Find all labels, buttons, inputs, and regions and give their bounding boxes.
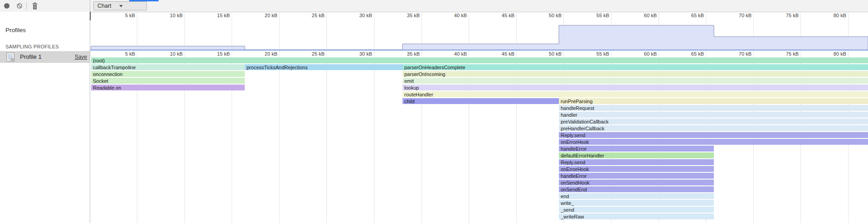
- flame-bar[interactable]: onErrorHook: [559, 139, 868, 145]
- flame-bar[interactable]: routeHandler: [402, 91, 868, 98]
- trash-icon[interactable]: [32, 2, 38, 9]
- flame-gridline: [279, 50, 280, 223]
- flame-bar[interactable]: Socket: [91, 78, 245, 84]
- flame-bar[interactable]: parserOnHeadersComplete: [402, 64, 868, 71]
- overview-selection-line[interactable]: [90, 50, 868, 51]
- ruler-tick-label: 70 kB: [726, 13, 752, 18]
- ruler-tick-label: 25 kB: [299, 51, 325, 57]
- flame-bar[interactable]: onconnection: [91, 71, 245, 77]
- ruler-tick-label: 30 kB: [347, 51, 372, 57]
- ruler-tick-label: 65 kB: [679, 51, 704, 57]
- overview-left-handle[interactable]: [90, 12, 91, 20]
- ruler-tick-label: 45 kB: [489, 13, 514, 18]
- flame-bar[interactable]: runPreParsing: [559, 98, 868, 104]
- ruler-tick-label: 70 kB: [726, 51, 752, 57]
- flame-bar[interactable]: defaultErrorHandler: [559, 152, 714, 159]
- flame-bar[interactable]: onSendEnd: [559, 186, 714, 193]
- sidebar-title: Profiles: [5, 27, 26, 33]
- save-profile-link[interactable]: Save: [75, 51, 87, 63]
- chevron-down-icon: [119, 5, 123, 7]
- flame-bar[interactable]: handleRequest: [559, 105, 868, 111]
- ruler-tick-label: 15 kB: [204, 51, 230, 57]
- flame-bar[interactable]: lookup: [402, 85, 868, 91]
- ruler-tick-label: 75 kB: [773, 51, 799, 57]
- sidebar-item-profile-1[interactable]: % Profile 1 Save: [0, 51, 90, 63]
- ruler-tick-label: 20 kB: [252, 13, 277, 18]
- ruler-tick-label: 5 kB: [110, 13, 135, 18]
- sidebar: Profiles SAMPLING PROFILES % Profile 1 S…: [0, 12, 90, 223]
- ruler-tick-label: 5 kB: [110, 51, 135, 57]
- clear-icon[interactable]: [17, 3, 22, 9]
- ruler-tick-label: 35 kB: [394, 51, 420, 57]
- ruler-tick-label: 10 kB: [157, 13, 183, 18]
- flame-bar[interactable]: handleError: [559, 146, 714, 152]
- flame-bar[interactable]: Reply.send: [559, 159, 714, 166]
- flame-bar[interactable]: onErrorHook: [559, 166, 714, 172]
- ruler-tick-label: 55 kB: [584, 51, 609, 57]
- ruler-tick-label: 45 kB: [489, 51, 514, 57]
- ruler-tick-label: 35 kB: [394, 13, 420, 18]
- ruler-tick-label: 40 kB: [441, 51, 467, 57]
- ruler-tick-label: 75 kB: [773, 13, 799, 18]
- ruler-tick-label: 30 kB: [347, 13, 372, 18]
- flame-bar[interactable]: handler: [559, 112, 868, 118]
- flame-bar[interactable]: Readable.on: [91, 85, 245, 91]
- flame-bar[interactable]: onSendHook: [559, 180, 714, 186]
- flame-bar[interactable]: preHandlerCallback: [559, 125, 868, 132]
- flame-gridline: [374, 50, 374, 223]
- ruler-tick-label: 50 kB: [536, 13, 562, 18]
- ruler-tick-label: 50 kB: [536, 51, 562, 57]
- toolbar: Chart: [0, 0, 868, 12]
- flame-bar[interactable]: handleError: [559, 173, 714, 179]
- flame-bar[interactable]: _send: [559, 207, 714, 213]
- view-mode-dropdown[interactable]: Chart: [93, 1, 147, 10]
- ruler-tick-label: 60 kB: [631, 13, 657, 18]
- profile-document-icon: %: [6, 52, 15, 62]
- ruler-tick-label: 15 kB: [204, 13, 230, 18]
- ruler-tick-label: 40 kB: [441, 13, 467, 18]
- flame-bar[interactable]: _writeRaw: [559, 214, 714, 220]
- flame-gridline: [326, 50, 327, 223]
- flame-bar[interactable]: preValidationCallback: [559, 119, 868, 125]
- flame-bar[interactable]: end: [559, 193, 714, 199]
- profiler-window: Chart Profiles SAMPLING PROFILES %: [0, 0, 868, 223]
- flame-bar[interactable]: processTicksAndRejections: [245, 64, 402, 71]
- ruler-tick-label: 55 kB: [584, 13, 609, 18]
- sampling-profiles-section-label: SAMPLING PROFILES: [5, 44, 59, 49]
- flame-bar[interactable]: child: [402, 98, 559, 104]
- ruler-tick-label: 10 kB: [157, 51, 183, 57]
- flame-bar[interactable]: (root): [91, 57, 868, 64]
- profile-name: Profile 1: [20, 51, 42, 63]
- active-tab-indicator: [129, 0, 159, 1]
- flame-bar[interactable]: Reply.send: [559, 132, 868, 138]
- ruler-tick-label: 80 kB: [821, 13, 846, 18]
- ruler-tick-label: 65 kB: [679, 13, 704, 18]
- flame-bar[interactable]: parserOnIncoming: [402, 71, 868, 77]
- flame-bar[interactable]: emit: [402, 78, 868, 84]
- svg-text:%: %: [11, 58, 14, 61]
- record-icon[interactable]: [4, 3, 10, 9]
- ruler-tick-label: 25 kB: [299, 13, 325, 18]
- flame-bar[interactable]: write_: [559, 200, 714, 206]
- view-mode-label: Chart: [97, 3, 112, 9]
- toolbar-separator: [26, 2, 27, 9]
- ruler-tick-label: 60 kB: [631, 51, 657, 57]
- ruler-tick-label: 20 kB: [252, 51, 277, 57]
- ruler-tick-label: 80 kB: [821, 51, 846, 57]
- flame-bar[interactable]: callbackTrampoline: [91, 64, 245, 71]
